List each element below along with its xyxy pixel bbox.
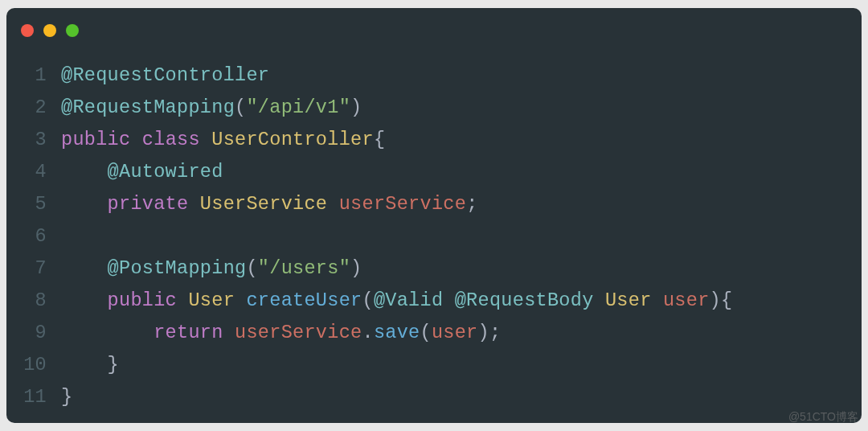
token-default (61, 289, 108, 311)
token-default (443, 289, 454, 311)
window-maximize-icon[interactable] (66, 24, 79, 37)
line-number: 4 (6, 156, 61, 188)
code-line: 11} (6, 381, 862, 413)
token-anno: @RequestController (61, 64, 269, 86)
token-call: createUser (246, 289, 362, 311)
token-brace: } (61, 386, 72, 408)
line-content: } (61, 349, 119, 381)
line-number: 10 (6, 349, 61, 381)
token-anno: @PostMapping (108, 257, 247, 279)
token-type: User (188, 289, 235, 311)
token-punct: ) (350, 257, 362, 279)
line-content: @PostMapping("/users") (61, 252, 362, 285)
token-default (652, 289, 663, 311)
code-window: 1@RequestController2@RequestMapping("/ap… (6, 8, 862, 423)
token-default (61, 193, 108, 215)
code-line: 6 (6, 220, 862, 252)
line-number: 7 (6, 252, 61, 285)
token-default (223, 322, 235, 343)
token-ident: userService (235, 322, 362, 343)
token-brace: { (721, 289, 732, 311)
line-number: 11 (6, 381, 61, 413)
token-anno: @Autowired (108, 161, 223, 183)
token-ident: userService (339, 193, 466, 215)
token-default (327, 193, 338, 215)
line-number: 3 (6, 124, 61, 156)
line-number: 5 (6, 188, 61, 220)
token-default (594, 289, 605, 311)
token-kw: return (154, 322, 223, 343)
line-content: private UserService userService; (61, 188, 478, 220)
title-bar (6, 8, 862, 42)
token-default (235, 289, 246, 311)
code-line: 7 @PostMapping("/users") (6, 252, 862, 285)
token-punct: ); (478, 322, 502, 343)
token-call: save (374, 322, 420, 343)
line-number: 1 (6, 60, 61, 92)
code-line: 1@RequestController (6, 60, 862, 92)
token-punct: ( (246, 257, 257, 279)
token-str: "/users" (258, 257, 350, 279)
token-type: User (605, 289, 652, 311)
window-minimize-icon[interactable] (43, 24, 56, 37)
token-anno: @RequestBody (455, 289, 594, 311)
line-number: 6 (6, 220, 61, 252)
line-content: public User createUser(@Valid @RequestBo… (61, 285, 732, 317)
line-number: 9 (6, 317, 61, 349)
line-content: return userService.save(user); (61, 317, 501, 349)
token-default (61, 354, 108, 376)
line-content: } (61, 381, 72, 413)
code-line: 4 @Autowired (6, 156, 862, 188)
token-anno: @RequestMapping (61, 96, 235, 118)
token-type: UserController (211, 129, 374, 150)
token-str: "/api/v1" (246, 96, 350, 118)
token-default (177, 289, 188, 311)
line-number: 2 (6, 92, 61, 124)
code-line: 3public class UserController{ (6, 124, 862, 156)
token-default (61, 322, 154, 343)
token-default (61, 257, 108, 279)
token-punct: ) (710, 289, 721, 311)
token-default (130, 129, 141, 150)
token-kw: public (108, 289, 177, 311)
token-anno: @Valid (374, 289, 443, 311)
token-punct: ( (420, 322, 432, 343)
watermark-text: @51CTO博客 (788, 410, 858, 425)
token-punct: ( (235, 96, 246, 118)
token-type: UserService (200, 193, 327, 215)
line-number: 8 (6, 285, 61, 317)
line-content: @RequestController (61, 60, 269, 92)
token-brace: { (374, 129, 385, 150)
token-default (61, 161, 108, 183)
window-close-icon[interactable] (21, 24, 34, 37)
token-ident: user (663, 289, 710, 311)
token-default (200, 129, 211, 150)
line-content: @Autowired (61, 156, 223, 188)
code-line: 9 return userService.save(user); (6, 317, 862, 349)
code-line: 8 public User createUser(@Valid @Request… (6, 285, 862, 317)
token-punct: ; (466, 193, 477, 215)
code-line: 10 } (6, 349, 862, 381)
token-kw: class (142, 129, 200, 150)
token-punct: ) (350, 96, 362, 118)
token-default (188, 193, 199, 215)
code-line: 5 private UserService userService; (6, 188, 862, 220)
code-line: 2@RequestMapping("/api/v1") (6, 92, 862, 124)
token-punct: ( (362, 289, 373, 311)
token-kw: public (61, 129, 130, 150)
token-kw: private (108, 193, 189, 215)
line-content: @RequestMapping("/api/v1") (61, 92, 362, 124)
token-ident: user (432, 322, 478, 343)
code-block: 1@RequestController2@RequestMapping("/ap… (6, 42, 862, 413)
line-content: public class UserController{ (61, 124, 385, 156)
token-punct: . (362, 322, 373, 343)
token-brace: } (108, 354, 119, 376)
